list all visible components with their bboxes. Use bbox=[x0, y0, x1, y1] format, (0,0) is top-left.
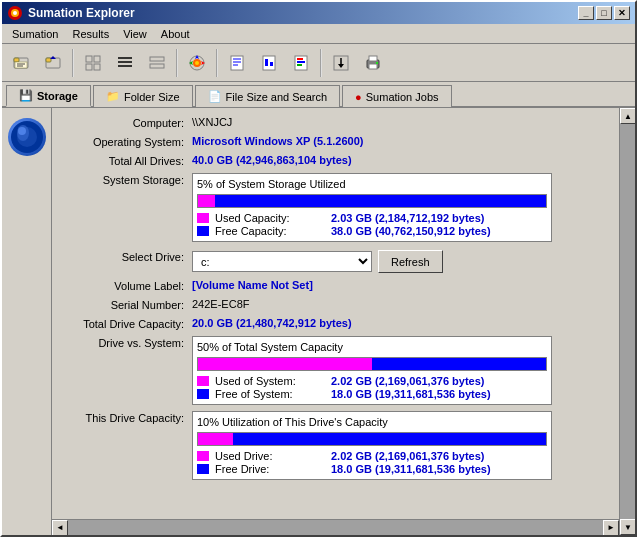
system-storage-row: System Storage: 5% of System Storage Uti… bbox=[62, 173, 609, 242]
os-label: Operating System: bbox=[62, 135, 192, 148]
tab-jobs-label: Sumation Jobs bbox=[366, 91, 439, 103]
scroll-up-button[interactable]: ▲ bbox=[620, 108, 635, 124]
view-btn-2[interactable] bbox=[110, 48, 140, 78]
minimize-button[interactable]: _ bbox=[578, 6, 594, 20]
svg-rect-42 bbox=[369, 64, 377, 69]
dvs-used-label: Used of System: bbox=[215, 375, 325, 387]
close-button[interactable]: ✕ bbox=[614, 6, 630, 20]
dvs-used-swatch bbox=[197, 376, 209, 386]
system-free-label: Free Capacity: bbox=[215, 225, 325, 237]
tab-sumation-jobs[interactable]: ● Sumation Jobs bbox=[342, 85, 451, 107]
toolbar-sep-2 bbox=[176, 49, 178, 77]
svg-rect-32 bbox=[270, 62, 273, 66]
tab-folder-label: Folder Size bbox=[124, 91, 180, 103]
view-btn-1[interactable] bbox=[78, 48, 108, 78]
title-buttons: _ □ ✕ bbox=[578, 6, 630, 20]
total-drive-row: Total Drive Capacity: 20.0 GB (21,480,74… bbox=[62, 317, 609, 330]
vertical-scrollbar: ▲ ▼ bbox=[619, 108, 635, 535]
report-btn-2[interactable] bbox=[254, 48, 284, 78]
tab-file-size[interactable]: 📄 File Size and Search bbox=[195, 85, 341, 107]
maximize-button[interactable]: □ bbox=[596, 6, 612, 20]
drive-vs-system-percent: 50% of Total System Capacity bbox=[197, 341, 547, 353]
svg-rect-31 bbox=[265, 59, 268, 66]
export-button[interactable] bbox=[326, 48, 356, 78]
menu-results[interactable]: Results bbox=[66, 27, 115, 41]
scroll-right-button[interactable]: ► bbox=[603, 520, 619, 536]
dvs-free-label: Free of System: bbox=[215, 388, 325, 400]
menu-sumation[interactable]: Sumation bbox=[6, 27, 64, 41]
scroll-track-v[interactable] bbox=[620, 124, 635, 519]
drive-select[interactable]: c: bbox=[192, 251, 372, 272]
dvs-bar-free bbox=[372, 358, 546, 370]
scroll-track-h[interactable] bbox=[68, 520, 603, 536]
dvs-used-row: Used of System: 2.02 GB (2,169,061,376 b… bbox=[197, 375, 547, 387]
td-legend: Used Drive: 2.02 GB (2,169,061,376 bytes… bbox=[197, 450, 547, 475]
tab-folder-size[interactable]: 📁 Folder Size bbox=[93, 85, 193, 107]
os-value: Microsoft Windows XP (5.1.2600) bbox=[192, 135, 363, 147]
content-area: Computer: \\XNJCJ Operating System: Micr… bbox=[52, 108, 619, 519]
drive-vs-system-box: 50% of Total System Capacity Used of Sys… bbox=[192, 336, 552, 405]
td-used-value: 2.02 GB (2,169,061,376 bytes) bbox=[331, 450, 484, 462]
svg-rect-19 bbox=[150, 64, 164, 68]
volume-value: [Volume Name Not Set] bbox=[192, 279, 313, 291]
td-free-swatch bbox=[197, 464, 209, 474]
print-button[interactable] bbox=[358, 48, 388, 78]
up-button[interactable] bbox=[38, 48, 68, 78]
total-drive-value: 20.0 GB (21,480,742,912 bytes) bbox=[192, 317, 352, 329]
svg-point-2 bbox=[13, 11, 17, 15]
td-free-label: Free Drive: bbox=[215, 463, 325, 475]
app-icon-button[interactable] bbox=[182, 48, 212, 78]
svg-rect-41 bbox=[369, 56, 377, 61]
system-storage-label: System Storage: bbox=[62, 173, 192, 186]
refresh-button[interactable]: Refresh bbox=[378, 250, 443, 273]
this-drive-capacity-row: This Drive Capacity: 10% Utilization of … bbox=[62, 411, 609, 480]
os-row: Operating System: Microsoft Windows XP (… bbox=[62, 135, 609, 148]
svg-point-47 bbox=[18, 127, 26, 135]
system-storage-percent: 5% of System Storage Utilized bbox=[197, 178, 547, 190]
storage-tab-icon: 💾 bbox=[19, 89, 33, 102]
back-button[interactable] bbox=[6, 48, 36, 78]
system-storage-box: 5% of System Storage Utilized Used Capac… bbox=[192, 173, 552, 242]
system-free-row: Free Capacity: 38.0 GB (40,762,150,912 b… bbox=[197, 225, 547, 237]
report-btn-3[interactable] bbox=[286, 48, 316, 78]
file-size-tab-icon: 📄 bbox=[208, 90, 222, 103]
total-drives-label: Total All Drives: bbox=[62, 154, 192, 167]
serial-value: 242E-EC8F bbox=[192, 298, 249, 310]
svg-rect-9 bbox=[46, 58, 51, 62]
svg-point-22 bbox=[195, 61, 199, 65]
menu-about[interactable]: About bbox=[155, 27, 196, 41]
svg-rect-35 bbox=[297, 61, 305, 63]
drive-select-controls: c: Refresh bbox=[192, 250, 443, 273]
this-drive-percent: 10% Utilization of This Drive's Capacity bbox=[197, 416, 547, 428]
tabs-bar: 💾 Storage 📁 Folder Size 📄 File Size and … bbox=[2, 82, 635, 108]
td-used-swatch bbox=[197, 451, 209, 461]
menu-view[interactable]: View bbox=[117, 27, 153, 41]
computer-label: Computer: bbox=[62, 116, 192, 129]
svg-rect-18 bbox=[150, 57, 164, 61]
tab-storage[interactable]: 💾 Storage bbox=[6, 85, 91, 107]
total-drives-value: 40.0 GB (42,946,863,104 bytes) bbox=[192, 154, 352, 166]
td-free-row: Free Drive: 18.0 GB (19,311,681,536 byte… bbox=[197, 463, 547, 475]
scroll-down-button[interactable]: ▼ bbox=[620, 519, 635, 535]
drive-vs-system-bar bbox=[197, 357, 547, 371]
toolbar bbox=[2, 44, 635, 82]
volume-label-row: Volume Label: [Volume Name Not Set] bbox=[62, 279, 609, 292]
scroll-left-button[interactable]: ◄ bbox=[52, 520, 68, 536]
system-legend: Used Capacity: 2.03 GB (2,184,712,192 by… bbox=[197, 212, 547, 237]
toolbar-sep-1 bbox=[72, 49, 74, 77]
system-bar-free bbox=[215, 195, 546, 207]
window-title: Sumation Explorer bbox=[28, 6, 135, 20]
system-free-value: 38.0 GB (40,762,150,912 bytes) bbox=[331, 225, 491, 237]
view-btn-3[interactable] bbox=[142, 48, 172, 78]
main-content: Computer: \\XNJCJ Operating System: Micr… bbox=[2, 108, 635, 535]
td-bar-used bbox=[198, 433, 233, 445]
svg-rect-26 bbox=[231, 56, 243, 70]
report-btn-1[interactable] bbox=[222, 48, 252, 78]
dvs-bar-used bbox=[198, 358, 372, 370]
title-bar-left: Sumation Explorer bbox=[7, 5, 135, 21]
td-used-label: Used Drive: bbox=[215, 450, 325, 462]
app-icon bbox=[7, 5, 23, 21]
this-drive-box: 10% Utilization of This Drive's Capacity… bbox=[192, 411, 552, 480]
volume-label: Volume Label: bbox=[62, 279, 192, 292]
td-bar-fill bbox=[198, 433, 546, 445]
